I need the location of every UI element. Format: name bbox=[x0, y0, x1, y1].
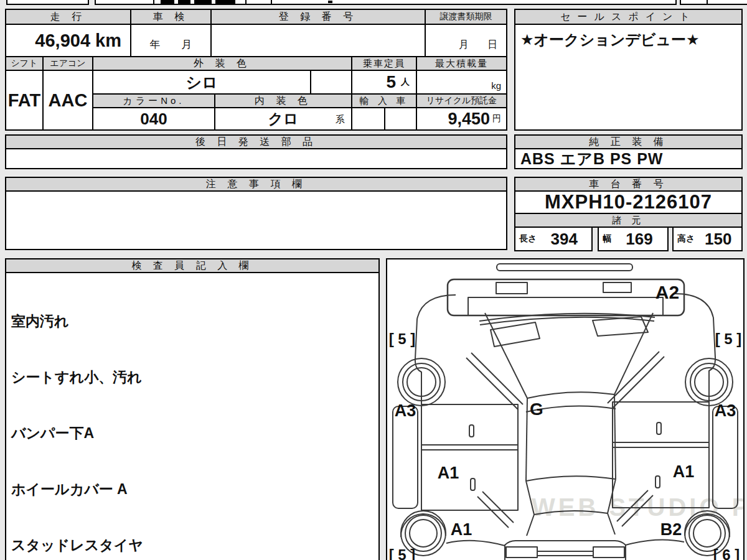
exterior-color-empty-cell bbox=[310, 70, 352, 95]
later-parts-header-label: 後 日 発 送 部 品 bbox=[195, 136, 317, 149]
transfer-deadline-value: 月 日 bbox=[425, 24, 507, 57]
damage-label-front-right: [ 5 ] bbox=[715, 330, 742, 347]
cutoff-text-fragment bbox=[178, 0, 190, 4]
door-handle bbox=[655, 476, 660, 488]
tail-lamp-left bbox=[506, 547, 537, 558]
interior-color-suffix: 系 bbox=[336, 114, 345, 126]
mileage-value-text: 46,904 km bbox=[35, 30, 121, 51]
specs-header-label: 諸 元 bbox=[612, 215, 644, 226]
aircon-header-label: エアコン bbox=[50, 58, 85, 69]
capacity-header-label: 乗車定員 bbox=[363, 58, 405, 70]
car-damage-diagram: WEB STUDIO PRO bbox=[386, 258, 745, 560]
inspector-note-line: ホイールカバー A bbox=[11, 480, 374, 498]
sales-point-body: ★オークションデビュー★ bbox=[514, 24, 743, 131]
max-load-header: 最大積載量 bbox=[416, 56, 507, 71]
doors-right bbox=[613, 402, 709, 508]
door-handle bbox=[471, 478, 475, 490]
cutoff-row-cell bbox=[245, 0, 272, 5]
inspection-year-label: 年 bbox=[150, 37, 161, 52]
mileage-header-label: 走 行 bbox=[50, 11, 86, 24]
aircon-value-text: AAC bbox=[49, 90, 88, 111]
chassis-no-header-label: 車 台 番 号 bbox=[589, 178, 667, 191]
chassis-no-header: 車 台 番 号 bbox=[514, 177, 743, 192]
damage-label-a1-door-right: A1 bbox=[673, 462, 695, 481]
transfer-month-label: 月 bbox=[459, 39, 469, 52]
genuine-equipment-body: ABS エアB PS PW bbox=[514, 148, 743, 169]
damage-label-side-left: A3 bbox=[395, 401, 416, 420]
damage-label-b2-quarter-right: B2 bbox=[660, 520, 682, 539]
recycle-deposit-number: 9,450 bbox=[448, 110, 490, 129]
inspector-note-line: 室内汚れ bbox=[11, 312, 374, 330]
door-handle bbox=[469, 425, 474, 437]
sales-point-text: ★オークションデビュー★ bbox=[520, 31, 700, 48]
import-car-cell-1 bbox=[351, 107, 385, 131]
cutoff-row-cell bbox=[707, 0, 747, 5]
interior-color-header-label: 内 装 色 bbox=[255, 95, 312, 108]
shift-header-label: シフト bbox=[11, 58, 38, 69]
inspection-header-label: 車 検 bbox=[153, 11, 189, 24]
aircon-header: エアコン bbox=[42, 56, 93, 71]
shift-value-text: FAT bbox=[8, 90, 41, 111]
cutoff-row-cell bbox=[95, 0, 154, 5]
transfer-deadline-header-label: 譲渡書類期限 bbox=[440, 11, 492, 22]
registration-value bbox=[210, 24, 426, 57]
chassis-no-text: MXPH10-2126107 bbox=[545, 191, 712, 213]
inspector-note-line: スタッドレスタイヤ bbox=[11, 536, 374, 554]
damage-label-a1-quarter-left: A1 bbox=[451, 520, 472, 539]
interior-color-text: クロ bbox=[268, 109, 298, 129]
interior-color-value: クロ 系 bbox=[214, 107, 352, 131]
capacity-value: 5 人 bbox=[351, 70, 417, 95]
car-top-view-diagram: WEB STUDIO PRO bbox=[387, 259, 743, 560]
inspector-notes-header: 検 査 員 記 入 欄 bbox=[5, 258, 380, 273]
spec-height-label: 高さ bbox=[677, 233, 695, 245]
spec-length-label: 長さ bbox=[519, 233, 537, 245]
front-lamp-right bbox=[603, 282, 631, 292]
damage-label-g: G bbox=[530, 399, 543, 419]
caution-header: 注 意 事 項 欄 bbox=[5, 177, 507, 192]
cutoff-text-fragment bbox=[161, 0, 174, 4]
color-no-value: 040 bbox=[92, 107, 215, 131]
inspection-header: 車 検 bbox=[130, 9, 212, 25]
caution-header-label: 注 意 事 項 欄 bbox=[206, 178, 306, 191]
door-handle bbox=[657, 422, 661, 434]
inspector-note-line: シートすれ小、汚れ bbox=[11, 368, 374, 386]
later-parts-body bbox=[5, 148, 507, 169]
damage-label-a1-door-left: A1 bbox=[438, 464, 459, 482]
spec-height-cell: 高さ 150 bbox=[672, 226, 743, 251]
genuine-equipment-header: 純 正 装 備 bbox=[514, 134, 743, 149]
shift-header: シフト bbox=[5, 56, 44, 71]
recycle-deposit-value: 9,450 円 bbox=[416, 107, 507, 131]
spec-width-value: 169 bbox=[611, 230, 667, 249]
chassis-no-value: MXPH10-2126107 bbox=[514, 190, 743, 214]
damage-label-a2: A2 bbox=[655, 282, 679, 302]
specs-header: 諸 元 bbox=[514, 213, 743, 228]
exterior-color-text: シロ bbox=[186, 72, 217, 93]
spec-length-cell: 長さ 394 bbox=[514, 226, 593, 251]
tail-lamp-right bbox=[593, 547, 624, 558]
inspection-value: 年 月 bbox=[130, 24, 212, 57]
spec-height-value: 150 bbox=[695, 230, 741, 249]
mileage-value: 46,904 km bbox=[5, 24, 131, 57]
caution-body bbox=[5, 190, 507, 250]
damage-label-rear-right: [ 6 ] bbox=[713, 546, 740, 560]
import-car-header-label: 輸 入 車 bbox=[360, 95, 408, 107]
auction-sheet: 走 行 46,904 km 車 検 年 月 登 録 番 号 譲渡書類期限 月 日… bbox=[0, 0, 747, 560]
sales-point-header-label: セールスポイント bbox=[560, 11, 697, 24]
damage-label-side-right: A3 bbox=[715, 401, 736, 420]
genuine-equipment-text: ABS エアB PS PW bbox=[520, 149, 663, 169]
spec-width-label: 幅 bbox=[603, 233, 611, 245]
max-load-value: kg bbox=[416, 70, 507, 95]
mileage-header: 走 行 bbox=[5, 9, 131, 25]
import-car-header: 輸 入 車 bbox=[351, 93, 417, 108]
inspector-note-line: バンパー下A bbox=[11, 424, 374, 442]
exterior-color-header: 外 装 色 bbox=[92, 56, 352, 71]
recycle-deposit-header: リサイクル預託金 bbox=[416, 93, 507, 108]
roof-strip bbox=[497, 264, 632, 271]
registration-header-label: 登 録 番 号 bbox=[279, 11, 357, 24]
sales-point-header: セールスポイント bbox=[514, 9, 743, 25]
transfer-day-label: 日 bbox=[487, 39, 497, 52]
cutoff-row-cell bbox=[6, 0, 89, 5]
cutoff-row-cell bbox=[680, 0, 708, 5]
exterior-color-value: シロ bbox=[92, 70, 311, 95]
capacity-number: 5 bbox=[386, 72, 396, 92]
